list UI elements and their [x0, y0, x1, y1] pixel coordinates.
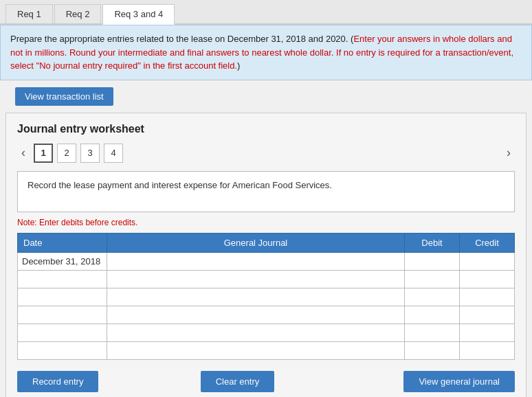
- debit-cell-4[interactable]: [405, 324, 460, 341]
- credit-input-1[interactable]: [464, 274, 510, 284]
- record-entry-button[interactable]: Record entry: [17, 371, 98, 392]
- tab-req3and4[interactable]: Req 3 and 4: [102, 4, 175, 25]
- credit-cell-1[interactable]: [460, 270, 515, 288]
- debit-cell-0[interactable]: [405, 252, 460, 270]
- col-header-debit: Debit: [405, 233, 460, 252]
- journal-input-4[interactable]: [111, 328, 400, 338]
- debit-input-4[interactable]: [409, 328, 455, 338]
- debit-input-2[interactable]: [409, 292, 455, 302]
- credit-input-0[interactable]: [464, 256, 510, 266]
- journal-input-1[interactable]: [111, 274, 400, 284]
- date-cell-5: [18, 341, 107, 359]
- debit-cell-5[interactable]: [405, 341, 460, 359]
- view-general-journal-button[interactable]: View general journal: [403, 371, 515, 392]
- date-cell-2: [18, 288, 107, 306]
- journal-input-0[interactable]: [111, 256, 400, 266]
- table-row: [18, 324, 515, 341]
- journal-cell-3[interactable]: [107, 306, 405, 324]
- page-btn-3[interactable]: 3: [80, 144, 100, 163]
- description-box: Record the lease payment and interest ex…: [17, 171, 515, 212]
- journal-table: Date General Journal Debit Credit Decemb…: [17, 233, 515, 360]
- table-row: December 31, 2018: [18, 252, 515, 270]
- debit-input-5[interactable]: [409, 345, 455, 356]
- col-header-date: Date: [18, 233, 107, 252]
- journal-cell-5[interactable]: [107, 341, 405, 359]
- page-btn-4[interactable]: 4: [104, 144, 123, 163]
- debit-cell-2[interactable]: [405, 288, 460, 306]
- journal-cell-0[interactable]: [107, 252, 405, 270]
- view-transaction-button[interactable]: View transaction list: [15, 87, 113, 106]
- info-text-main: Prepare the appropriate entries related …: [10, 34, 513, 71]
- table-row: [18, 270, 515, 288]
- credit-input-2[interactable]: [464, 292, 510, 302]
- page-btn-2[interactable]: 2: [57, 144, 76, 163]
- credit-cell-2[interactable]: [460, 288, 515, 306]
- credit-input-3[interactable]: [464, 310, 510, 320]
- date-cell-1: [18, 270, 107, 288]
- info-box: Prepare the appropriate entries related …: [0, 25, 532, 80]
- tab-req1[interactable]: Req 1: [5, 4, 53, 23]
- journal-input-5[interactable]: [111, 345, 400, 356]
- clear-entry-button[interactable]: Clear entry: [201, 371, 275, 392]
- tab-req2[interactable]: Req 2: [54, 4, 102, 23]
- note-text: Note: Enter debits before credits.: [17, 218, 515, 227]
- debit-input-1[interactable]: [409, 274, 455, 284]
- worksheet-container: Journal entry worksheet ‹ 1 2 3 4 › Reco…: [5, 113, 527, 398]
- date-cell-0: December 31, 2018: [18, 252, 107, 270]
- credit-cell-5[interactable]: [460, 341, 515, 359]
- journal-input-2[interactable]: [111, 292, 400, 302]
- table-row: [18, 288, 515, 306]
- debit-cell-3[interactable]: [405, 306, 460, 324]
- col-header-credit: Credit: [460, 233, 515, 252]
- debit-cell-1[interactable]: [405, 270, 460, 288]
- credit-input-4[interactable]: [464, 328, 510, 338]
- credit-input-5[interactable]: [464, 345, 510, 356]
- journal-cell-4[interactable]: [107, 324, 405, 341]
- page-btn-1[interactable]: 1: [34, 144, 53, 163]
- action-buttons: Record entry Clear entry View general jo…: [17, 371, 515, 392]
- next-page-arrow[interactable]: ›: [502, 144, 515, 161]
- debit-input-3[interactable]: [409, 310, 455, 320]
- date-cell-4: [18, 324, 107, 341]
- table-row: [18, 341, 515, 359]
- col-header-general-journal: General Journal: [107, 233, 405, 252]
- table-row: [18, 306, 515, 324]
- page-navigation: ‹ 1 2 3 4 ›: [17, 144, 515, 163]
- credit-cell-3[interactable]: [460, 306, 515, 324]
- debit-input-0[interactable]: [409, 256, 455, 266]
- prev-page-arrow[interactable]: ‹: [17, 144, 30, 161]
- journal-cell-2[interactable]: [107, 288, 405, 306]
- tabs-bar: Req 1 Req 2 Req 3 and 4: [0, 0, 532, 25]
- credit-cell-0[interactable]: [460, 252, 515, 270]
- date-cell-3: [18, 306, 107, 324]
- journal-cell-1[interactable]: [107, 270, 405, 288]
- worksheet-title: Journal entry worksheet: [17, 123, 515, 135]
- journal-input-3[interactable]: [111, 310, 400, 320]
- credit-cell-4[interactable]: [460, 324, 515, 341]
- info-text-red: Enter your answers in whole dollars and …: [10, 34, 513, 71]
